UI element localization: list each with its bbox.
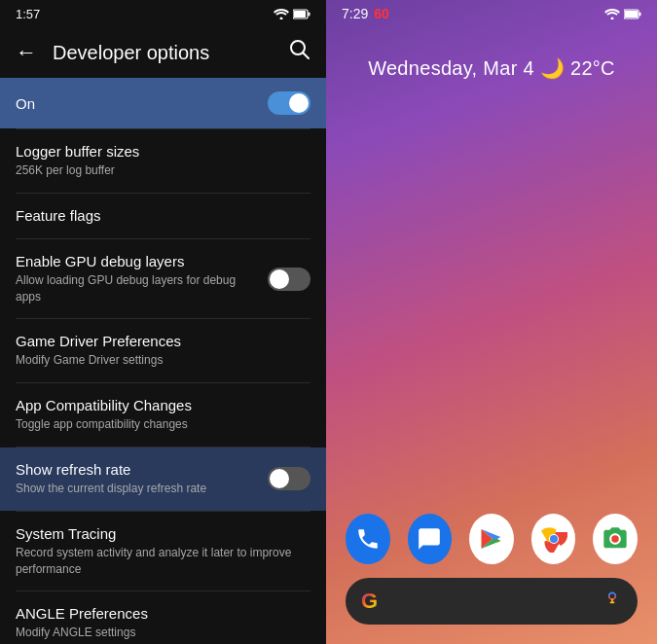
search-icon[interactable]: [289, 39, 310, 66]
game-driver-title: Game Driver Preferences: [16, 333, 181, 349]
show-refresh-title: Show refresh rate: [16, 461, 130, 478]
svg-rect-2: [294, 11, 306, 18]
on-label: On: [16, 95, 35, 112]
status-icons-right: [604, 8, 641, 19]
status-bar-left: 1:57: [0, 0, 326, 27]
app-compat-item[interactable]: App Compatibility Changes Toggle app com…: [0, 383, 326, 447]
time-left: 1:57: [16, 7, 40, 21]
camera-app-icon[interactable]: [593, 514, 638, 564]
svg-point-12: [550, 535, 558, 543]
logger-subtitle: 256K per log buffer: [16, 162, 310, 179]
page-title: Developer options: [53, 42, 274, 64]
date-text: Wednesday, Mar 4 🌙 22°C: [368, 57, 615, 79]
google-logo: G: [361, 589, 378, 614]
top-bar: ← Developer options: [0, 27, 326, 78]
feature-flags-title: Feature flags: [16, 207, 101, 224]
gpu-debug-title: Enable GPU debug layers: [16, 253, 184, 269]
back-button[interactable]: ←: [16, 40, 37, 65]
google-mic-icon[interactable]: [602, 590, 622, 614]
logger-buffer-item[interactable]: Logger buffer sizes 256K per log buffer: [0, 129, 326, 193]
show-refresh-subtitle: Show the current display refresh rate: [16, 481, 256, 497]
gpu-debug-item[interactable]: Enable GPU debug layers Allow loading GP…: [0, 239, 326, 319]
home-screen-panel: 7:29 60 Wednesday, Mar 4 🌙 22°C: [326, 0, 657, 644]
phone-app-icon[interactable]: [346, 514, 390, 564]
chrome-app-icon[interactable]: [531, 514, 576, 564]
toggle-knob-gpu: [270, 269, 289, 289]
show-refresh-toggle[interactable]: [268, 467, 310, 490]
developer-options-panel: 1:57 ← Developer options: [0, 0, 326, 644]
battery-icon-right: [624, 9, 641, 19]
app-compat-title: App Compatibility Changes: [16, 397, 192, 413]
status-icons-left: [274, 8, 310, 19]
toggle-knob-refresh: [270, 469, 289, 488]
dock-area: G: [326, 504, 657, 644]
angle-prefs-item[interactable]: ANGLE Preferences Modify ANGLE settings: [0, 591, 326, 644]
home-date-weather: Wednesday, Mar 4 🌙 22°C: [326, 56, 657, 80]
gpu-debug-subtitle: Allow loading GPU debug layers for debug…: [16, 272, 256, 305]
svg-point-6: [611, 18, 614, 20]
app-dock-row: [326, 504, 657, 574]
temperature: 22°C: [570, 57, 615, 79]
logger-title: Logger buffer sizes: [16, 143, 139, 160]
system-tracing-item[interactable]: System Tracing Record system activity an…: [0, 512, 326, 591]
svg-point-0: [280, 18, 283, 20]
svg-line-5: [304, 54, 310, 59]
toggle-knob: [289, 93, 309, 113]
system-tracing-title: System Tracing: [16, 525, 116, 542]
settings-list: On Logger buffer sizes 256K per log buff…: [0, 78, 326, 644]
moon-icon: 🌙: [540, 57, 565, 79]
svg-rect-8: [625, 11, 638, 18]
status-bar-right: 7:29 60: [326, 0, 657, 27]
play-store-app-icon[interactable]: [469, 514, 514, 564]
google-search-bar[interactable]: G: [346, 578, 638, 625]
show-refresh-item[interactable]: Show refresh rate Show the current displ…: [0, 447, 326, 511]
app-compat-subtitle: Toggle app compatibility changes: [16, 416, 310, 433]
gpu-debug-toggle[interactable]: [268, 268, 310, 291]
system-tracing-subtitle: Record system activity and analyze it la…: [16, 545, 310, 578]
messages-app-icon[interactable]: [408, 514, 453, 564]
wifi-icon-right: [604, 8, 620, 19]
angle-prefs-title: ANGLE Preferences: [16, 605, 148, 622]
feature-flags-item[interactable]: Feature flags: [0, 194, 326, 238]
battery-icon-left: [293, 9, 310, 19]
game-driver-item[interactable]: Game Driver Preferences Modify Game Driv…: [0, 319, 326, 382]
game-driver-subtitle: Modify Game Driver settings: [16, 352, 310, 369]
angle-prefs-subtitle: Modify ANGLE settings: [16, 625, 310, 641]
svg-rect-3: [309, 12, 310, 16]
on-toggle-item[interactable]: On: [0, 78, 326, 128]
refresh-rate-indicator: 60: [374, 6, 389, 21]
wifi-icon: [274, 8, 289, 19]
time-right: 7:29: [342, 6, 368, 21]
on-toggle[interactable]: [268, 91, 310, 115]
svg-rect-9: [639, 12, 641, 16]
